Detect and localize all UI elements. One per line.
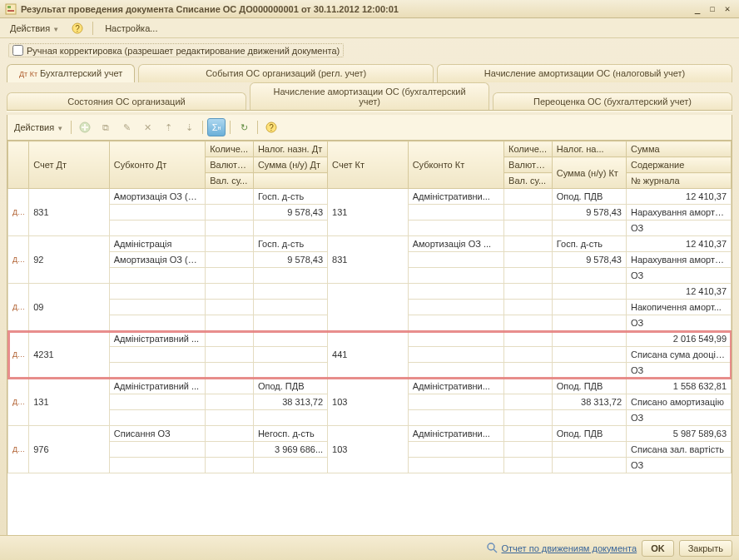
table-row[interactable]: Дт Кт831Амортизація ОЗ (А...Госп. д-сть1… <box>8 189 732 236</box>
maximize-button[interactable]: ☐ <box>706 3 719 15</box>
hdr-sum[interactable]: Сумма <box>627 141 732 157</box>
report-link[interactable]: Отчет по движениям документа <box>487 543 637 554</box>
svg-text:?: ? <box>269 123 274 132</box>
hdr-desc[interactable]: Содержание <box>627 157 732 173</box>
table-row[interactable]: Дт Кт131Адміністративний ...Опод. ПДВ103… <box>8 379 732 426</box>
help-icon-2[interactable]: ? <box>262 118 280 136</box>
svg-rect-1 <box>7 6 11 8</box>
hdr-val[interactable]: Вал. су... <box>206 173 254 189</box>
svg-point-8 <box>488 543 494 550</box>
hdr-cur2[interactable]: Валюта... <box>504 157 553 173</box>
hdr-sub-dt[interactable]: Субконто Дт <box>109 141 205 189</box>
help-icon[interactable]: ? <box>69 20 86 37</box>
svg-rect-0 <box>6 4 16 14</box>
tabs-underline <box>7 110 732 112</box>
menu-settings[interactable]: Настройка... <box>100 21 162 36</box>
move-down-icon[interactable]: ⇣ <box>180 118 198 136</box>
copy-icon[interactable]: ⧉ <box>97 118 115 136</box>
tabs-row-2: Состояния ОС организаций Начисление амор… <box>0 82 739 111</box>
tab-revaluation[interactable]: Переоценка ОС (бухгалтерский учет) <box>493 92 732 111</box>
report-icon <box>487 543 498 554</box>
hdr-sub-kt[interactable]: Субконто Кт <box>408 141 503 189</box>
hdr-val2[interactable]: Вал. су... <box>504 173 553 189</box>
hdr-taxna[interactable]: Налог. на... <box>552 141 626 157</box>
tab-os-states[interactable]: Состояния ОС организаций <box>7 92 246 111</box>
manual-edit-checkbox[interactable] <box>12 45 23 56</box>
minimize-button[interactable]: _ <box>691 3 704 15</box>
refresh-icon[interactable]: ↻ <box>235 118 253 136</box>
menu-actions[interactable]: Действия▼ <box>5 21 64 36</box>
hdr-acc-dt[interactable]: Счет Дт <box>29 141 110 189</box>
manual-edit-label: Ручная корректировка (разрешает редактир… <box>27 46 340 56</box>
title-bar: Результат проведения документа Списание … <box>0 0 739 18</box>
hdr-qty2[interactable]: Количе... <box>504 141 553 157</box>
hdr-qty[interactable]: Количе... <box>206 141 254 157</box>
add-icon[interactable] <box>76 118 94 136</box>
edit-icon[interactable]: ✎ <box>117 118 136 136</box>
delete-icon[interactable]: ✕ <box>138 118 156 136</box>
hdr-acc-kt[interactable]: Счет Кт <box>328 141 409 189</box>
inner-actions[interactable]: Действия▼ <box>11 120 67 135</box>
hdr-sumkt[interactable]: Сумма (н/у) Кт <box>552 157 626 189</box>
hdr-sumnu[interactable]: Сумма (н/у) Дт <box>253 157 327 173</box>
tab-amort-tax[interactable]: Начисление амортизации ОС (налоговый уче… <box>437 64 732 82</box>
grid-header: Счет Дт Субконто Дт Количе... Налог. наз… <box>8 141 732 189</box>
hdr-journal[interactable]: № журнала <box>627 173 732 189</box>
tab-accounting[interactable]: Дт КтБухгалтерский учет <box>7 64 135 82</box>
table-row[interactable]: Дт Кт976Списання ОЗНегосп. д-сть103Адмін… <box>8 426 732 473</box>
svg-line-9 <box>493 549 497 553</box>
move-up-icon[interactable]: ⇡ <box>159 118 177 136</box>
grid-table: Счет Дт Субконто Дт Количе... Налог. наз… <box>7 141 732 473</box>
grid[interactable]: Счет Дт Субконто Дт Количе... Налог. наз… <box>7 140 732 560</box>
divider <box>92 22 93 35</box>
table-row[interactable]: Дт Кт0912 410,37Накопичення аморт...ОЗ <box>8 284 732 331</box>
menu-bar: Действия▼ ? Настройка... <box>0 18 739 38</box>
hdr-cur[interactable]: Валюта ... <box>206 157 254 173</box>
ok-button[interactable]: OK <box>642 540 674 557</box>
window-title: Результат проведения документа Списание … <box>21 4 691 14</box>
tab-amort-acct[interactable]: Начисление амортизации ОС (бухгалтерский… <box>250 82 489 111</box>
doc-result-icon <box>5 3 17 15</box>
svg-rect-2 <box>7 10 14 12</box>
svg-text:?: ? <box>75 24 80 33</box>
footer: Отчет по движениям документа OK Закрыть <box>0 535 739 560</box>
close-footer-button[interactable]: Закрыть <box>679 540 732 557</box>
window-controls: _ ☐ ✕ <box>691 3 734 15</box>
close-button[interactable]: ✕ <box>721 3 734 15</box>
inner-toolbar: Действия▼ ⧉ ✎ ✕ ⇡ ⇣ Σн ↻ ? <box>7 115 732 140</box>
table-row[interactable]: Дт Кт92АдміністраціяГосп. д-сть831Аморти… <box>8 236 732 284</box>
tabs-row-1: Дт КтБухгалтерский учет События ОС орган… <box>0 64 739 82</box>
tab-os-events[interactable]: События ОС организаций (регл. учет) <box>138 64 434 82</box>
hdr-taxdt[interactable]: Налог. назн. Дт <box>253 141 327 157</box>
manual-edit-row: Ручная корректировка (разрешает редактир… <box>0 38 739 61</box>
sigma-icon[interactable]: Σн <box>207 118 226 136</box>
table-row[interactable]: Дт Кт4231Адміністративний ...4412 016 54… <box>8 331 732 379</box>
